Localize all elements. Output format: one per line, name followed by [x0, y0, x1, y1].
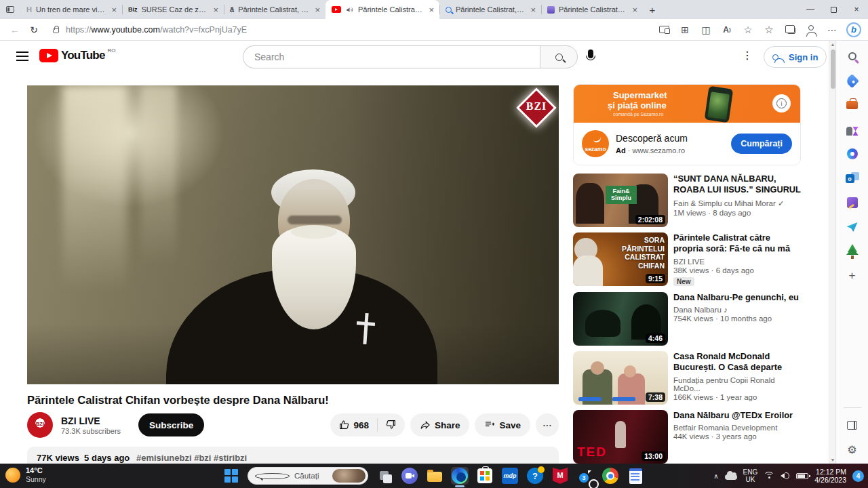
sidebar-drop-icon[interactable] [845, 195, 860, 210]
read-aloud-icon[interactable]: A) [720, 23, 734, 37]
money-app-button[interactable]: mdp [501, 467, 519, 485]
tab-5[interactable]: Părintele Calistrat, după ce × [439, 0, 541, 19]
sidebar-search-icon[interactable] [845, 49, 860, 64]
tab-4-active[interactable]: Părintele Calistrat Chifa × [326, 0, 439, 19]
suggested-title[interactable]: Casa Ronald McDonald București. O Casă d… [673, 351, 801, 373]
sidebar-add-icon[interactable]: + [845, 268, 860, 283]
tab-close-icon[interactable]: × [313, 5, 321, 15]
sidebar-settings-icon[interactable]: ⚙ [845, 442, 860, 457]
start-button[interactable] [222, 467, 240, 485]
ad-banner[interactable]: Supermarket și piață online comandă pe S… [574, 85, 800, 123]
ad-info-button[interactable]: i [772, 94, 791, 113]
profile-icon[interactable] [804, 23, 818, 37]
chrome-button[interactable] [601, 467, 619, 485]
whatsapp-button[interactable]: 3 [576, 467, 594, 485]
suggested-video-2[interactable]: SORA PĂRINTELUI CALISTRAT CHIFAN 9:15 Pă… [573, 232, 801, 287]
suggested-title[interactable]: Părintele Calistrat către propria soră: … [673, 232, 801, 255]
tab-search-button[interactable] [0, 0, 20, 19]
tab-close-icon[interactable]: × [427, 5, 435, 15]
tab-2[interactable]: Biz SURSE Caz de zoofilie la Hă × [122, 0, 224, 19]
ad-card[interactable]: Supermarket și piață online comandă pe S… [573, 84, 801, 165]
video-player[interactable]: BZI [27, 85, 559, 384]
like-button[interactable]: 968 [330, 420, 377, 430]
video-thumbnail[interactable]: 4:46 [573, 292, 668, 346]
video-thumbnail[interactable]: SORA PĂRINTELUI CALISTRAT CHIFAN 9:15 [573, 232, 668, 286]
sidebar-outlook-icon[interactable]: o [845, 171, 860, 186]
edge-button[interactable] [451, 467, 469, 485]
youtube-logo[interactable]: YouTube RO [39, 49, 116, 62]
more-menu-icon[interactable]: ⋯ [825, 23, 839, 37]
video-thumbnail[interactable]: Fain& Simplu 2:02:08 [573, 174, 668, 227]
subscribe-button[interactable]: Subscribe [138, 413, 204, 436]
youtube-settings-menu[interactable]: ⋮ [742, 49, 753, 62]
sezamo-logo[interactable]: sezamo [582, 130, 609, 157]
notification-badge[interactable]: 4 [852, 470, 864, 482]
sidebar-shopping-icon[interactable] [845, 73, 860, 88]
suggested-channel[interactable]: BZI LIVE [673, 258, 801, 266]
suggested-channel[interactable]: Dana Nalbaru ♪ [673, 306, 801, 314]
refresh-button[interactable]: ↻ [24, 24, 43, 35]
clock-widget[interactable]: 12:12 PM 4/26/2023 [814, 468, 846, 485]
video-thumbnail[interactable]: TED 13:00 [573, 410, 668, 464]
onedrive-icon[interactable] [725, 474, 737, 480]
menu-button[interactable] [16, 52, 28, 61]
close-window-button[interactable]: × [845, 0, 868, 19]
tab-6[interactable]: Părintele Calistrat, după ce × [541, 0, 643, 19]
volume-icon[interactable] [781, 472, 790, 480]
more-actions-button[interactable]: ⋯ [536, 413, 559, 436]
tab-3[interactable]: ă Părintele Calistrat, după ce × [224, 0, 326, 19]
weather-widget[interactable]: 14°C Sunny [5, 466, 46, 483]
ad-headline[interactable]: Descoperă acum [616, 133, 688, 144]
sidebar-panel-icon[interactable] [845, 418, 860, 432]
page-scrollbar[interactable]: ▲ ▼ [829, 41, 835, 464]
lock-icon[interactable] [53, 28, 59, 33]
channel-name[interactable]: BZI LIVE [61, 415, 121, 426]
channel-avatar[interactable]: BZI [27, 412, 53, 438]
sidebar-send-icon[interactable] [845, 220, 860, 235]
search-input[interactable] [243, 45, 540, 68]
favorites-icon[interactable]: ☆ [762, 23, 776, 37]
suggested-title[interactable]: Dana Nălbaru @TEDx Eroilor [673, 410, 801, 421]
tab-close-icon[interactable]: × [212, 5, 220, 15]
new-tab-button[interactable]: + [643, 4, 662, 16]
file-explorer-button[interactable] [426, 467, 443, 485]
wifi-icon[interactable] [764, 472, 774, 481]
video-thumbnail[interactable]: 7:38 [573, 351, 668, 405]
back-button[interactable]: ← [5, 24, 24, 35]
share-button[interactable]: Share [410, 413, 470, 436]
tray-expand-icon[interactable]: ∧ [713, 472, 718, 480]
search-button[interactable] [540, 45, 578, 68]
collections-icon[interactable] [783, 23, 797, 37]
suggested-video-1[interactable]: Fain& Simplu 2:02:08 “SUNT DANA NĂLBARU,… [573, 174, 801, 227]
tab-close-icon[interactable]: × [529, 5, 537, 15]
sidebar-tree-icon[interactable] [845, 244, 860, 259]
voice-search-button[interactable] [586, 49, 595, 64]
tab-close-icon[interactable]: × [110, 5, 118, 15]
apps-grid-icon[interactable]: ⊞ [678, 23, 692, 37]
notepad-button[interactable] [627, 467, 644, 485]
send-to-devices-icon[interactable] [657, 23, 671, 37]
battery-icon[interactable] [796, 473, 808, 479]
chat-button[interactable] [401, 467, 418, 485]
tab-close-icon[interactable]: × [631, 5, 639, 15]
suggested-channel[interactable]: Fain & Simplu cu Mihai Morar ✓ [673, 199, 801, 208]
bing-chat-icon[interactable]: b [846, 22, 861, 37]
tab-1[interactable]: H Un tren de mare viteză va f × [20, 0, 122, 19]
audio-playing-icon[interactable] [345, 6, 354, 14]
hashtags[interactable]: #emisiunebzi #bzi #stiribzi [136, 453, 247, 463]
dislike-button[interactable] [378, 419, 405, 432]
suggested-title[interactable]: Dana Nalbaru-Pe genunchi, eu [673, 292, 801, 303]
split-screen-icon[interactable]: ◫ [699, 23, 713, 37]
favorites-settings-icon[interactable]: ☆ [741, 23, 755, 37]
scrollbar-thumb[interactable] [831, 49, 835, 89]
sidebar-designer-icon[interactable] [845, 146, 860, 161]
suggested-video-3[interactable]: 4:46 Dana Nalbaru-Pe genunchi, eu Dana N… [573, 292, 801, 346]
suggested-video-5[interactable]: TED 13:00 Dana Nălbaru @TEDx Eroilor Bet… [573, 410, 801, 464]
sign-in-button[interactable]: Sign in [764, 46, 827, 68]
ad-cta-button[interactable]: Cumpărați [731, 134, 792, 154]
suggested-title[interactable]: “SUNT DANA NĂLBARU, ROABA LUI IISUS.” SI… [673, 174, 801, 196]
task-view-button[interactable] [376, 467, 393, 485]
help-app-button[interactable]: ? [526, 467, 544, 485]
minimize-button[interactable]: — [799, 0, 822, 19]
taskbar-search[interactable]: Căutați [248, 467, 368, 485]
